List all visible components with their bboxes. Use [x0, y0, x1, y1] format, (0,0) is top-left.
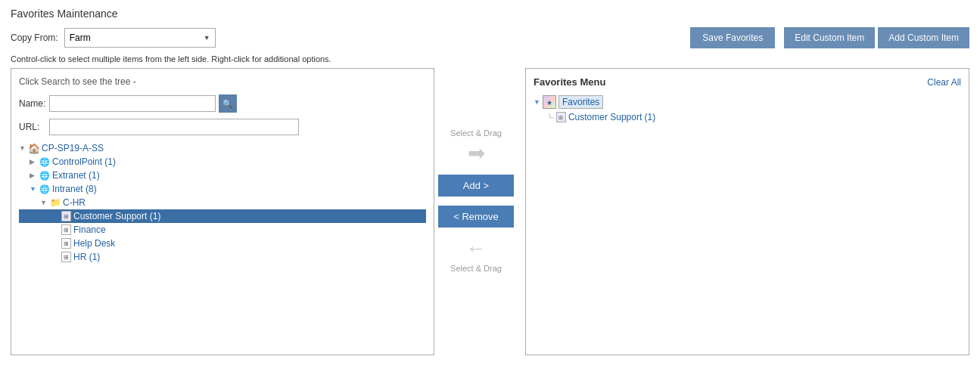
- select-drag-left-label: Select & Drag: [450, 264, 502, 273]
- fav-tree-row-csupport[interactable]: └· ⊞ Customer Support (1): [534, 110, 961, 124]
- tree-label-root: CP-SP19-A-SS: [42, 143, 104, 153]
- tree-row-hr[interactable]: ⊞ HR (1): [19, 250, 426, 264]
- name-label: Name:: [19, 98, 49, 109]
- tree-label-hr: HR (1): [73, 252, 100, 262]
- tree-label-intranet: Intranet (8): [52, 184, 97, 194]
- add-custom-item-button[interactable]: Add Custom Item: [878, 27, 969, 48]
- tree-row-csupport[interactable]: ⊞ Customer Support (1): [19, 209, 426, 223]
- tree-label-helpdesk: Help Desk: [73, 238, 115, 249]
- tree-row-finance[interactable]: ⊞ Finance: [19, 223, 426, 237]
- globe-icon-extranet: 🌐: [39, 169, 51, 181]
- tree-label-extranet: Extranet (1): [52, 170, 100, 181]
- fav-page-icon: ⊞: [556, 112, 566, 122]
- url-label: URL:: [19, 122, 49, 132]
- page-icon-helpdesk: ⊞: [60, 237, 72, 249]
- globe-icon-cp: 🌐: [39, 156, 51, 168]
- home-icon: 🏠: [28, 142, 40, 154]
- search-button[interactable]: 🔍: [219, 94, 237, 113]
- tree-label-cp: ControlPoint (1): [52, 156, 116, 167]
- tree-label-chr: C-HR: [63, 197, 86, 208]
- url-input[interactable]: [49, 119, 299, 135]
- copy-from-select[interactable]: Farm Extranet Intranet: [64, 28, 216, 48]
- search-icon: 🔍: [222, 99, 233, 109]
- tree-label-csupport: Customer Support (1): [73, 211, 160, 221]
- folder-icon-chr: 📁: [49, 197, 61, 209]
- tree-row-extranet[interactable]: ▶ 🌐 Extranet (1): [19, 169, 426, 182]
- globe-icon-intranet: 🌐: [39, 183, 51, 195]
- page-title: Favorites Maintenance: [11, 8, 969, 20]
- select-drag-right-label: Select & Drag: [450, 128, 502, 138]
- right-panel: Favorites Menu Clear All ▼ ★ Favorites └…: [525, 68, 969, 355]
- tree-row-root[interactable]: ▼ 🏠 CP-SP19-A-SS: [19, 141, 426, 155]
- tree-label-finance: Finance: [73, 224, 106, 235]
- save-favorites-button[interactable]: Save Favorites: [690, 27, 775, 48]
- page-icon-hr: ⊞: [60, 251, 72, 263]
- fav-icon: ★: [543, 95, 556, 109]
- fav-root-label: Favorites: [558, 95, 603, 109]
- dotted-line-icon: └·: [547, 113, 555, 122]
- left-panel: Click Search to see the tree - Name: 🔍 U…: [11, 68, 434, 355]
- clear-all-link[interactable]: Clear All: [927, 77, 961, 88]
- fav-tree-row-root[interactable]: ▼ ★ Favorites: [534, 94, 961, 110]
- remove-button[interactable]: < Remove: [438, 206, 514, 228]
- left-tree: ▼ 🏠 CP-SP19-A-SS ▶ 🌐 ControlPoint (1) ▶ …: [19, 141, 426, 264]
- copy-from-label: Copy From:: [11, 33, 58, 43]
- name-input[interactable]: [49, 95, 216, 112]
- page-icon-finance: ⊞: [60, 224, 72, 236]
- tree-row-chr[interactable]: ▼ 📁 C-HR: [19, 196, 426, 209]
- favorites-tree: ▼ ★ Favorites └· ⊞ Customer Support (1): [534, 94, 961, 124]
- favorites-menu-title: Favorites Menu: [534, 76, 605, 88]
- edit-custom-item-button[interactable]: Edit Custom Item: [784, 27, 875, 48]
- tree-row-helpdesk[interactable]: ⊞ Help Desk: [19, 237, 426, 250]
- arrow-right-icon: ➡: [468, 141, 485, 166]
- click-search-hint: Click Search to see the tree -: [19, 76, 426, 87]
- tree-row-intranet[interactable]: ▼ 🌐 Intranet (8): [19, 182, 426, 196]
- page-icon-csupport: ⊞: [60, 210, 72, 222]
- arrow-left-icon: ←: [465, 237, 487, 261]
- tree-row-cp[interactable]: ▶ 🌐 ControlPoint (1): [19, 155, 426, 169]
- hint-text: Control-click to select multiple items f…: [11, 54, 969, 63]
- fav-csupport-label: Customer Support (1): [568, 112, 655, 122]
- middle-panel: Select & Drag ➡ Add > < Remove ← Select …: [434, 68, 518, 273]
- add-button[interactable]: Add >: [438, 175, 514, 197]
